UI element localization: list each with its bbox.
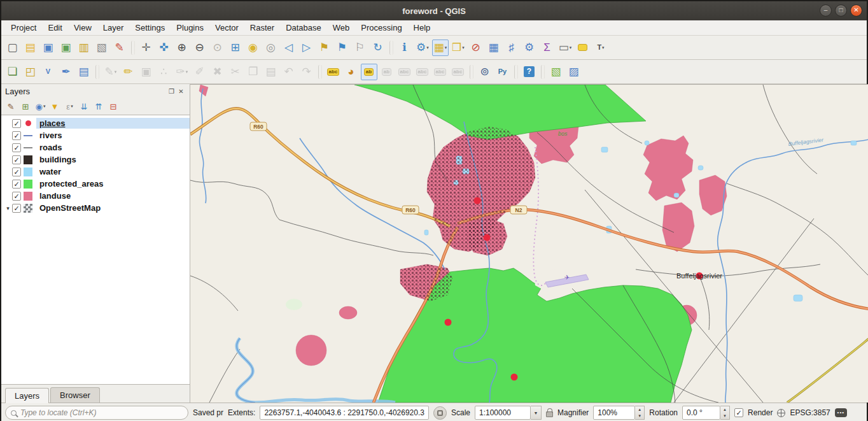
menu-item[interactable]: Raster [244, 21, 280, 34]
open-layer-styling-icon[interactable]: ✎ [4, 100, 18, 113]
zoom-next-icon[interactable]: ▷ [298, 39, 315, 56]
new-geopackage-layer-icon[interactable]: ◰ [22, 64, 39, 80]
rotation-spinner[interactable]: 0.0 ° ▲▼ [682, 406, 730, 420]
new-print-layout-icon[interactable]: ▥ [76, 39, 92, 56]
layer-item-buildings[interactable]: ✓ buildings [1, 153, 190, 166]
toggle-editing-icon[interactable]: ✏ [120, 64, 137, 80]
manage-map-themes-icon[interactable]: ◉▾ [34, 100, 47, 113]
magnifier-value[interactable]: 100% [593, 406, 635, 420]
scale-combo[interactable]: 1:100000 ▼ [475, 406, 542, 420]
show-hide-labels-icon[interactable]: abc [396, 64, 413, 80]
vertex-tool-icon[interactable]: ✑▾ [174, 64, 190, 80]
menu-item[interactable]: Database [280, 21, 327, 34]
zoom-out-icon[interactable]: ⊖ [192, 39, 208, 56]
scale-value[interactable]: 1:100000 [475, 406, 531, 420]
menu-item[interactable]: Layer [97, 21, 130, 34]
zoom-native-icon[interactable]: ⊙ [209, 39, 226, 56]
filter-by-expression-icon[interactable]: ε▾ [63, 100, 76, 113]
bookmark-manager-icon[interactable]: ⚐ [352, 39, 368, 56]
pin-labels-icon[interactable]: ab [361, 64, 377, 80]
extents-value[interactable]: 2263757.1,-4040043.6 : 2291750.0,-402692… [260, 406, 429, 420]
metasearch-icon[interactable]: ⊚ [477, 64, 493, 80]
new-bookmark-icon[interactable]: ⚑ [316, 39, 333, 56]
extents-button[interactable] [433, 406, 447, 420]
magnifier-spinner[interactable]: 100% ▲▼ [593, 406, 645, 420]
field-calculator-icon[interactable]: ♯ [503, 39, 520, 56]
spin-down-icon[interactable]: ▼ [720, 413, 729, 419]
data-source-manager-icon[interactable]: ❏ [4, 64, 21, 80]
python-console-icon[interactable]: Py [494, 64, 511, 80]
undo-icon[interactable]: ↶ [281, 64, 297, 80]
zoom-last-icon[interactable]: ◁ [281, 39, 297, 56]
menu-item[interactable]: Help [408, 21, 437, 34]
new-spatialite-layer-icon[interactable]: ✒ [58, 64, 74, 80]
zoom-to-layer-icon[interactable]: ◎ [263, 39, 279, 56]
filter-legend-icon[interactable]: ▼ [48, 100, 62, 113]
copy-features-icon[interactable]: ❐ [245, 64, 262, 80]
save-layer-edits-icon[interactable]: ▣ [138, 64, 155, 80]
text-annotation-icon[interactable]: T▾ [592, 39, 609, 56]
render-checkbox[interactable]: ✓ [734, 408, 743, 417]
highlight-pinned-labels-icon[interactable]: ab [379, 64, 395, 80]
spin-down-icon[interactable]: ▼ [635, 413, 644, 419]
chevron-down-icon[interactable]: ▼ [531, 406, 542, 420]
open-project-icon[interactable]: ▤ [22, 39, 39, 56]
menu-item[interactable]: Project [5, 21, 42, 34]
map-canvas[interactable]: ✈ [190, 84, 868, 403]
add-feature-icon[interactable]: ∴ [156, 64, 172, 80]
zoom-full-icon[interactable]: ⊞ [227, 39, 244, 56]
locate-input[interactable] [20, 408, 183, 417]
map-plugin-1-icon[interactable]: ▧ [548, 64, 564, 80]
layer-visibility-checkbox[interactable]: ✓ [12, 131, 21, 140]
menu-item[interactable]: View [68, 21, 97, 34]
maximize-button[interactable]: □ [835, 4, 847, 17]
map-plugin-2-icon[interactable]: ▨ [566, 64, 582, 80]
new-shapefile-layer-icon[interactable]: V [40, 64, 57, 80]
layer-visibility-checkbox[interactable]: ✓ [12, 204, 21, 213]
statistical-summary-icon[interactable]: Σ [539, 39, 556, 56]
map-tips-icon[interactable] [575, 39, 591, 56]
help-contents-icon[interactable]: ? [521, 64, 538, 80]
title-bar[interactable]: foreword - QGIS –□✕ [1, 1, 867, 20]
show-layout-manager-icon[interactable]: ▧ [94, 39, 110, 56]
identify-features-icon[interactable]: ℹ [396, 39, 413, 56]
layer-item-landuse[interactable]: ✓ landuse [1, 190, 190, 202]
save-project-as-icon[interactable]: ▣ [58, 39, 74, 56]
layer-visibility-checkbox[interactable]: ✓ [12, 180, 21, 189]
layer-item-roads[interactable]: ✓ roads [1, 141, 190, 153]
save-project-icon[interactable]: ▣ [40, 39, 57, 56]
layer-item-rivers[interactable]: ✓ rivers [1, 129, 190, 141]
new-project-icon[interactable]: ▢ [4, 39, 21, 56]
spin-up-icon[interactable]: ▲ [720, 406, 729, 413]
layer-item-places[interactable]: ✓ places [1, 117, 190, 129]
add-group-icon[interactable]: ⊞ [19, 100, 32, 113]
crs-indicator[interactable]: EPSG:3857 [790, 408, 830, 417]
paste-features-icon[interactable]: ▤ [263, 64, 279, 80]
tab-browser[interactable]: Browser [50, 387, 100, 403]
messages-icon[interactable]: ••• [835, 408, 847, 417]
close-button[interactable]: ✕ [850, 4, 862, 17]
pan-map-icon[interactable]: ✛ [138, 39, 155, 56]
layer-item-protected-areas[interactable]: ✓ protected_areas [1, 178, 190, 190]
layer-expander-icon[interactable]: ▾ [4, 205, 12, 211]
layer-visibility-checkbox[interactable]: ✓ [12, 143, 21, 152]
zoom-in-icon[interactable]: ⊕ [174, 39, 190, 56]
select-by-form-icon[interactable]: ❒▾ [450, 39, 466, 56]
panel-float-button[interactable]: ❐ [167, 88, 176, 95]
layer-diagram-icon[interactable]: ◕ [343, 64, 360, 80]
rotate-label-icon[interactable]: abc [432, 64, 449, 80]
layer-visibility-checkbox[interactable]: ✓ [12, 119, 21, 128]
pan-to-selection-icon[interactable]: ✜ [156, 39, 172, 56]
measure-icon[interactable]: ▭▾ [557, 39, 573, 56]
menu-item[interactable]: Vector [209, 21, 244, 34]
select-features-icon[interactable]: ▦▾ [432, 39, 449, 56]
expand-all-icon[interactable]: ⇊ [78, 100, 91, 113]
delete-selected-icon[interactable]: ✖ [209, 64, 226, 80]
collapse-all-icon[interactable]: ⇈ [92, 100, 106, 113]
attribute-table-icon[interactable]: ▦ [486, 39, 502, 56]
remove-layer-icon[interactable]: ⊟ [107, 100, 120, 113]
menu-item[interactable]: Edit [42, 21, 67, 34]
menu-item[interactable]: Plugins [171, 21, 209, 34]
cut-features-icon[interactable]: ✂ [227, 64, 244, 80]
redo-icon[interactable]: ↷ [298, 64, 315, 80]
